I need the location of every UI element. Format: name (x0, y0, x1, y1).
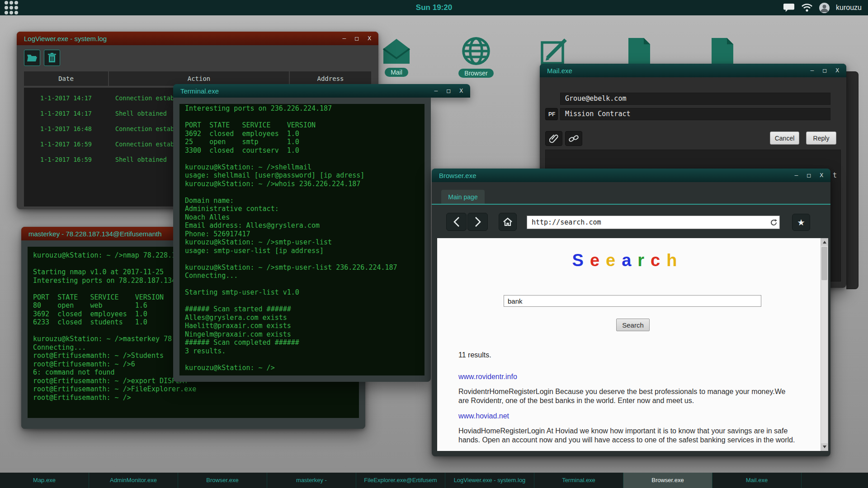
window-title: Terminal.exe (180, 87, 219, 95)
window-title: masterkey - 78.228.187.134@Ertifusemanth (28, 230, 162, 238)
page-scrollbar[interactable] (821, 238, 828, 451)
window-title: Mail.exe (547, 67, 572, 75)
terminal-line: ###### Scan completed ###### (185, 338, 419, 347)
browser-page: Seearch Search 11 results. www.rovidentr… (437, 238, 821, 451)
topbar: Sun 19:20 kurouzu (0, 0, 868, 15)
taskbar-item[interactable]: Map.exe (0, 473, 89, 488)
minimize-button[interactable]: – (811, 64, 814, 77)
log-date: 1-1-2017 16:48 (24, 121, 108, 136)
taskbar-item[interactable]: masterkey - (267, 473, 356, 488)
trash-icon (48, 53, 56, 63)
user-avatar[interactable] (819, 3, 830, 13)
search-button[interactable]: Search (616, 319, 650, 331)
terminal-line: kurouzu@kStation: ~ />smtp-user-list 236… (185, 263, 419, 272)
terminal-line (185, 188, 419, 197)
bookmark-button[interactable]: ★ (792, 214, 810, 231)
terminal-line: Phone: 526917417 (185, 230, 419, 239)
desktop-icon-document-2[interactable] (703, 38, 741, 65)
mail-to-field[interactable]: Groue@ebelk.com (560, 93, 830, 105)
terminal-line: Interesting ports on 236.226.224.187 (185, 104, 419, 113)
close-button[interactable]: X (368, 32, 371, 45)
result-link[interactable]: www.rovidentr.info (458, 373, 802, 381)
document-icon (711, 38, 734, 65)
taskbar-item[interactable]: FileExplorer.exe@Ertifusem (356, 473, 445, 488)
taskbar-item[interactable]: Mail.exe (712, 473, 802, 488)
logviewer-titlebar[interactable]: LogViewer.exe - system.log – □ X (17, 32, 378, 45)
terminal-line: 25 open smtp 1.0 (185, 138, 419, 146)
taskbar-item[interactable]: AdminMonitor.exe (89, 473, 178, 488)
terminal-line: usage: smtp-user-list [ip address] (185, 247, 419, 255)
column-header-date[interactable]: Date (24, 71, 108, 86)
taskbar-item[interactable]: Browser.exe (623, 473, 712, 488)
back-button[interactable] (446, 213, 467, 231)
attach-file-button[interactable] (545, 131, 562, 146)
scrollbar-thumb[interactable] (821, 247, 827, 280)
log-action: Shell obtained (115, 152, 167, 167)
globe-icon (461, 36, 491, 66)
close-button[interactable]: X (820, 169, 823, 182)
terminal-line: Haelitt@praxair.com exists (185, 322, 419, 330)
delete-log-button[interactable] (44, 50, 60, 66)
desktop-icon-label: Mail (385, 68, 408, 77)
reload-icon[interactable] (768, 219, 779, 226)
maximize-button[interactable]: □ (807, 169, 811, 182)
search-results: www.rovidentr.infoRovidentrHomeRegisterL… (458, 366, 802, 451)
log-date: 1-1-2017 16:59 (24, 136, 108, 152)
logo-letter: a (622, 251, 632, 270)
terminal-line: Starting smtp-user-list v1.0 (185, 288, 419, 297)
cancel-button[interactable]: Cancel (770, 131, 799, 145)
desktop-icon-document-1[interactable] (620, 38, 658, 65)
maximize-button[interactable]: □ (447, 84, 450, 98)
terminal-line: Administrative contact: (185, 205, 419, 213)
log-action: Connection estab (115, 121, 174, 136)
scroll-up-arrow[interactable] (821, 239, 828, 246)
terminal-line (185, 297, 419, 305)
taskbar-item[interactable]: Terminal.exe (534, 473, 623, 488)
terminal-line: Alles@gryslera.com exists (185, 314, 419, 322)
open-log-button[interactable] (24, 50, 40, 66)
terminal-screen[interactable]: Interesting ports on 236.226.224.187 POR… (179, 104, 425, 375)
search-engine-logo: Seearch (437, 251, 813, 270)
close-button[interactable]: X (459, 84, 463, 98)
result-link[interactable]: www.hoviad.net (458, 412, 802, 420)
reply-button[interactable]: Reply (806, 131, 836, 145)
terminal-titlebar[interactable]: Terminal.exe – □ X (173, 84, 470, 98)
home-button[interactable] (499, 213, 517, 231)
paperclip-icon (549, 134, 558, 144)
desktop-icon-mail[interactable]: Mail (376, 37, 417, 77)
forward-button[interactable] (467, 213, 488, 231)
terminal-window: Terminal.exe – □ X Interesting ports on … (173, 84, 470, 382)
wifi-icon[interactable] (801, 3, 813, 12)
taskbar-item[interactable]: Browser.exe (178, 473, 267, 488)
maximize-button[interactable]: □ (823, 64, 826, 77)
minimize-button[interactable]: – (795, 169, 798, 182)
taskbar-item[interactable]: LogViewer.exe - system.log (445, 473, 534, 488)
result-description: HoviadHomeRegisterLogin At Hoviad we kno… (458, 427, 795, 444)
terminal-line: usage: shellmail [user@password] [ip adr… (185, 171, 419, 180)
mail-subject-field[interactable]: Mission Contract (560, 108, 830, 120)
logviewer-toolbar (24, 50, 60, 66)
close-button[interactable]: X (835, 64, 839, 77)
tab-main-page[interactable]: Main page (441, 190, 485, 204)
logo-letter: S (572, 251, 585, 270)
pf-button[interactable]: PF (545, 108, 558, 120)
desktop-icon-browser[interactable]: Browser (456, 36, 496, 78)
taskbar: Map.exeAdminMonitor.exeBrowser.exemaster… (0, 473, 868, 488)
terminal-line (185, 280, 419, 289)
attach-link-button[interactable] (565, 131, 582, 146)
browser-titlebar[interactable]: Browser.exe – □ X (432, 169, 830, 182)
chevron-right-icon (474, 216, 482, 227)
search-input[interactable] (504, 295, 761, 307)
chat-icon[interactable] (783, 3, 795, 13)
terminal-line: kurouzu@kStation: ~ />whois 236.226.224.… (185, 180, 419, 188)
log-date: 1-1-2017 16:59 (24, 152, 108, 167)
terminal-line: Email address: Alles@gryslera.com (185, 221, 419, 230)
mail-titlebar[interactable]: Mail.exe – □ X (540, 64, 846, 77)
scroll-down-arrow[interactable] (821, 443, 828, 450)
maximize-button[interactable]: □ (355, 32, 359, 45)
terminal-line: ###### Scan started ###### (185, 305, 419, 314)
background-window-edge[interactable] (846, 71, 859, 289)
minimize-button[interactable]: – (434, 84, 438, 98)
url-input[interactable] (527, 218, 768, 227)
minimize-button[interactable]: – (343, 32, 346, 45)
